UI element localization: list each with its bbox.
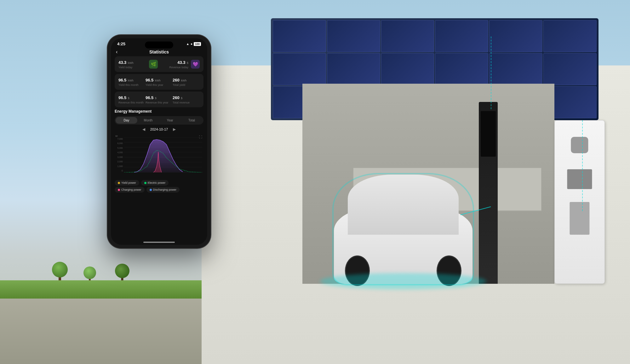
revenue-year-stat: 96.5 $ Revenue this year xyxy=(146,95,173,104)
legend-electric-power: Electric power xyxy=(141,180,169,186)
energy-chart: 04:00 08:00 12:00 16:00 20:00 xyxy=(124,137,202,172)
energy-management-section: Energy Management Day Month Year Total ◀… xyxy=(111,109,207,193)
time-tabs[interactable]: Day Month Year Total xyxy=(115,116,203,125)
yield-year-stat: 96.5 kWh Yield this year xyxy=(146,77,173,87)
stats-row-3: 96.5 $ Revenue this month 96.5 $ Revenue… xyxy=(115,92,203,107)
tab-day[interactable]: Day xyxy=(116,117,137,124)
electric-power-dot xyxy=(144,182,146,184)
stats-row-1: 43.3 kWh Yield today 🌿 43.3 $ Revenue to… xyxy=(115,56,203,72)
status-icons: ▲ ● 100 xyxy=(186,42,201,46)
discharging-power-label: Discharging power xyxy=(153,188,177,191)
revenue-today-stat: 43.3 $ Revenue today xyxy=(158,59,188,69)
revenue-month-stat: 96.5 $ Revenue this month xyxy=(118,95,146,104)
next-date-button[interactable]: ▶ xyxy=(173,127,176,132)
connection-line-battery xyxy=(582,120,583,211)
solar-icon: 🌿 xyxy=(149,60,158,69)
tab-month[interactable]: Month xyxy=(137,117,159,124)
ev-car xyxy=(334,175,472,284)
legend-row-1: Yield power Electric power xyxy=(115,180,203,186)
charging-power-label: Charging power xyxy=(121,188,141,191)
y-label-7000: 7,000 xyxy=(115,138,123,140)
phone-device: 4:25 ▲ ● 100 ‹ Statistics 43.3 xyxy=(107,35,211,249)
status-time: 4:25 xyxy=(117,42,125,46)
battery-indicator: 100 xyxy=(194,42,201,46)
energy-management-title: Energy Management xyxy=(115,109,203,114)
battery-unit xyxy=(554,120,605,284)
revenue-icon: 💜 xyxy=(191,60,200,69)
total-revenue-value: 260 xyxy=(173,95,180,100)
yield-year-unit: kWh xyxy=(155,79,161,82)
tab-year[interactable]: Year xyxy=(159,117,181,124)
total-revenue-stat: 260 $ Total revenue xyxy=(173,95,200,104)
y-label-5000: 5,000 xyxy=(115,147,123,149)
revenue-today-label: Revenue today xyxy=(158,66,188,69)
y-label-1000: 1,000 xyxy=(115,165,123,167)
prev-date-button[interactable]: ◀ xyxy=(142,127,145,132)
yield-today-unit: kWh xyxy=(128,61,134,64)
nav-bar: ‹ Statistics xyxy=(111,48,207,56)
chart-container: ⛶ W 7,000 6,000 5,000 4,000 3,000 2,000 … xyxy=(115,134,203,178)
revenue-today-unit: $ xyxy=(187,61,188,64)
chart-y-axis-unit: W xyxy=(115,135,118,137)
ev-charger xyxy=(479,102,498,284)
yield-today-label: Yield today xyxy=(118,66,149,69)
revenue-year-unit: $ xyxy=(155,97,157,100)
signal-icon: ● xyxy=(191,42,192,46)
revenue-year-value: 96.5 xyxy=(146,95,153,100)
legend-charging-power: Charging power xyxy=(115,187,145,193)
y-label-4000: 4,000 xyxy=(115,151,123,154)
dynamic-island xyxy=(145,42,173,48)
phone-screen: 4:25 ▲ ● 100 ‹ Statistics 43.3 xyxy=(111,38,207,245)
yield-year-value: 96.5 xyxy=(146,78,153,82)
discharging-power-dot xyxy=(150,189,152,191)
total-yield-label: Total yield xyxy=(173,83,200,87)
back-button[interactable]: ‹ xyxy=(116,49,117,55)
connection-line-charger xyxy=(491,36,491,109)
current-date: 2024-10-17 xyxy=(150,127,168,131)
background-scene xyxy=(0,0,630,364)
revenue-month-label: Revenue this month xyxy=(118,101,146,104)
electric-power-label: Electric power xyxy=(148,181,166,184)
y-label-6000: 6,000 xyxy=(115,142,123,144)
revenue-year-label: Revenue this year xyxy=(146,101,173,104)
legend-row-2: Charging power Discharging power xyxy=(115,187,203,193)
yield-month-value: 96.5 xyxy=(118,78,126,82)
home-indicator xyxy=(143,242,175,243)
yield-month-stat: 96.5 kWh Yield this month xyxy=(118,77,146,87)
total-yield-unit: kWh xyxy=(181,79,186,82)
y-label-2000: 2,000 xyxy=(115,160,123,163)
phone-frame: 4:25 ▲ ● 100 ‹ Statistics 43.3 xyxy=(107,35,211,249)
legend-yield-power: Yield power xyxy=(115,180,139,186)
total-yield-value: 260 xyxy=(173,78,180,82)
y-label-0: 0 xyxy=(115,170,123,172)
revenue-today-value: 43.3 xyxy=(177,60,185,65)
tab-total[interactable]: Total xyxy=(181,117,203,124)
yield-year-label: Yield this year xyxy=(146,83,173,87)
total-revenue-label: Total revenue xyxy=(173,101,200,104)
stats-row-2: 96.5 kWh Yield this month 96.5 kWh Yield… xyxy=(115,74,203,90)
total-yield-stat: 260 kWh Total yield xyxy=(173,77,200,87)
chart-y-labels: 7,000 6,000 5,000 4,000 3,000 2,000 1,00… xyxy=(115,138,123,172)
yield-today-stat: 43.3 kWh Yield today xyxy=(118,59,149,69)
wifi-icon: ▲ xyxy=(186,42,189,46)
yield-power-dot xyxy=(118,182,120,184)
y-label-3000: 3,000 xyxy=(115,156,123,158)
yield-month-unit: kWh xyxy=(128,79,134,82)
yield-month-label: Yield this month xyxy=(118,83,146,87)
revenue-month-value: 96.5 xyxy=(118,95,126,100)
stats-section: 43.3 kWh Yield today 🌿 43.3 $ Revenue to… xyxy=(111,56,207,107)
total-revenue-unit: $ xyxy=(181,97,182,100)
page-title: Statistics xyxy=(149,49,169,54)
yield-today-value: 43.3 xyxy=(118,60,126,65)
date-nav: ◀ 2024-10-17 ▶ xyxy=(115,127,203,132)
legend-discharging-power: Discharging power xyxy=(146,187,180,193)
charging-power-dot xyxy=(118,189,120,191)
yield-power-label: Yield power xyxy=(121,181,136,184)
revenue-month-unit: $ xyxy=(128,97,129,100)
